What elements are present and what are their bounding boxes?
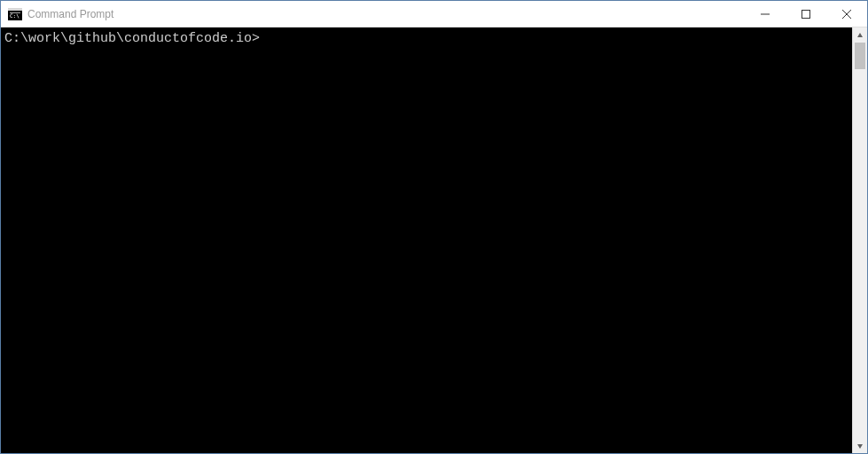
terminal[interactable]: C:\work\github\conductofcode.io> (1, 27, 852, 453)
window-title: Command Prompt (27, 8, 745, 20)
terminal-prompt: C:\work\github\conductofcode.io> (4, 31, 260, 46)
svg-rect-5 (802, 10, 810, 18)
svg-marker-8 (857, 33, 863, 37)
window-controls (745, 1, 867, 27)
svg-marker-9 (857, 444, 863, 449)
svg-rect-1 (8, 8, 22, 11)
titlebar[interactable]: C:\ Command Prompt (1, 1, 867, 27)
maximize-button[interactable] (786, 1, 826, 27)
vertical-scrollbar[interactable] (852, 27, 867, 453)
minimize-button[interactable] (745, 1, 786, 27)
scroll-track[interactable] (853, 43, 867, 438)
scroll-up-arrow-icon[interactable] (853, 27, 867, 43)
scroll-thumb[interactable] (855, 43, 865, 69)
svg-text:C:\: C:\ (10, 12, 20, 19)
window-frame: C:\ Command Prompt C:\work\github\conduc… (0, 0, 868, 454)
app-icon: C:\ (8, 7, 22, 21)
scroll-down-arrow-icon[interactable] (853, 438, 867, 453)
close-button[interactable] (826, 1, 867, 27)
content-area: C:\work\github\conductofcode.io> (1, 27, 867, 453)
